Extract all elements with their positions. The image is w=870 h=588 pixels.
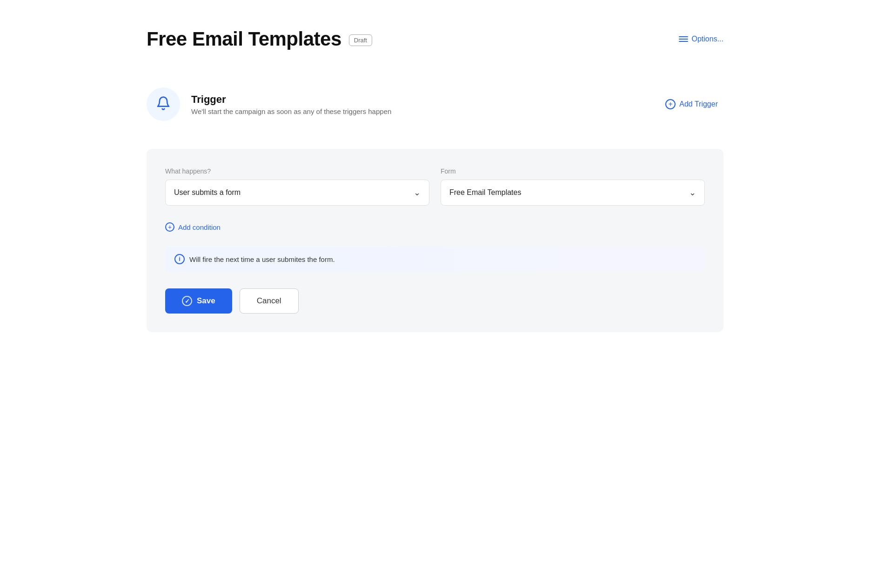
add-condition-label: Add condition	[178, 223, 221, 231]
page-header: Free Email Templates Draft Options...	[147, 28, 723, 50]
config-panel: What happens? User submits a form ⌄ Form…	[147, 149, 723, 332]
plus-circle-icon: +	[165, 222, 174, 232]
cancel-label: Cancel	[257, 296, 281, 305]
add-condition-button[interactable]: + Add condition	[165, 220, 221, 234]
form-label: Form	[441, 167, 705, 175]
options-button[interactable]: Options...	[679, 35, 723, 43]
header-left: Free Email Templates Draft	[147, 28, 372, 50]
what-happens-label: What happens?	[165, 167, 429, 175]
trigger-text: Trigger We'll start the campaign as soon…	[191, 94, 391, 115]
chevron-down-icon: ⌄	[414, 187, 421, 198]
action-buttons: ✓ Save Cancel	[165, 288, 705, 314]
form-select[interactable]: Free Email Templates ⌄	[441, 180, 705, 206]
trigger-section: Trigger We'll start the campaign as soon…	[147, 78, 723, 130]
add-trigger-label: Add Trigger	[679, 100, 718, 108]
trigger-icon-wrapper	[147, 87, 180, 121]
info-note: i Will fire the next time a user submite…	[165, 247, 705, 272]
save-button[interactable]: ✓ Save	[165, 288, 232, 314]
what-happens-value: User submits a form	[174, 188, 241, 197]
trigger-info: Trigger We'll start the campaign as soon…	[147, 87, 391, 121]
form-display[interactable]: Free Email Templates ⌄	[441, 180, 704, 205]
draft-badge: Draft	[349, 34, 372, 46]
cancel-button[interactable]: Cancel	[240, 288, 299, 314]
trigger-description: We'll start the campaign as soon as any …	[191, 107, 391, 115]
form-value: Free Email Templates	[449, 188, 521, 197]
info-icon: i	[174, 254, 185, 264]
plus-icon: +	[665, 99, 676, 109]
form-group: Form Free Email Templates ⌄	[441, 167, 705, 206]
trigger-title: Trigger	[191, 94, 391, 106]
what-happens-group: What happens? User submits a form ⌄	[165, 167, 429, 206]
info-text: Will fire the next time a user submites …	[189, 255, 335, 263]
save-label: Save	[197, 296, 215, 306]
check-circle-icon: ✓	[182, 296, 192, 306]
page-title: Free Email Templates	[147, 28, 341, 50]
what-happens-select[interactable]: User submits a form ⌄	[165, 180, 429, 206]
form-row: What happens? User submits a form ⌄ Form…	[165, 167, 705, 206]
hamburger-icon	[679, 36, 688, 42]
options-label: Options...	[692, 35, 723, 43]
add-trigger-button[interactable]: + Add Trigger	[660, 95, 723, 113]
bell-icon	[156, 96, 171, 113]
what-happens-display[interactable]: User submits a form ⌄	[166, 180, 429, 205]
chevron-down-icon: ⌄	[689, 187, 696, 198]
